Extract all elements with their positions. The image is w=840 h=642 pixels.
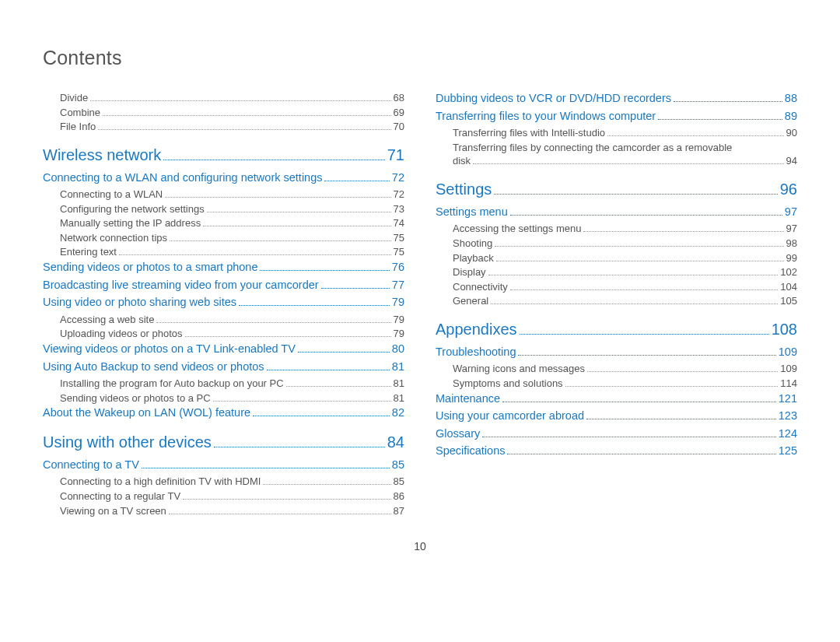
toc-page-number: 87 [394,504,404,518]
toc-entry[interactable]: Using with other devices84 [43,432,404,453]
toc-label: General [453,294,488,308]
toc-leader-dots [260,260,389,271]
toc-entry[interactable]: Connecting to a TV85 [43,458,404,473]
toc-entry[interactable]: Viewing videos or photos on a TV Link-en… [43,342,404,357]
toc-leader-dots [239,295,390,306]
toc-entry[interactable]: Dubbing videos to VCR or DVD/HDD recorde… [436,91,797,107]
toc-entry[interactable]: General105 [436,294,797,308]
toc-entry[interactable]: Using your camcorder abroad123 [436,409,797,424]
toc-entry[interactable]: Using Auto Backup to send videos or phot… [43,360,404,375]
toc-entry[interactable]: Troubleshooting109 [436,345,797,360]
toc-entry[interactable]: Glossary124 [436,426,797,442]
toc-leader-dots [183,489,390,500]
toc-entry[interactable]: Specifications125 [436,444,797,459]
toc-leader-dots [163,146,384,160]
toc-label: Entering text [60,245,117,259]
toc-leader-dots [90,91,390,101]
toc-page-number: 70 [394,120,404,134]
toc-page-number: 104 [780,280,797,294]
toc-page-number: 86 [394,489,404,503]
toc-entry[interactable]: Warning icons and messages109 [436,362,797,376]
toc-leader-dots [214,433,385,447]
toc-page-number: 94 [786,154,797,168]
toc-leader-dots [267,360,390,370]
toc-label: Transferring files to your Windows compu… [436,109,656,125]
toc-leader-dots [607,127,783,137]
toc-entry-continuation[interactable]: disk94 [436,154,797,168]
toc-page-number: 75 [394,245,404,259]
toc-entry[interactable]: Viewing on a TV screen87 [43,504,404,518]
toc-label: Using with other devices [43,432,212,453]
toc-entry[interactable]: Appendixes108 [436,319,797,340]
toc-entry[interactable]: Transferring files with Intelli-studio90 [436,126,797,140]
toc-page-number: 97 [785,205,797,220]
toc-entry[interactable]: Entering text75 [43,245,404,259]
toc-entry[interactable]: Connecting to a WLAN72 [43,188,404,202]
toc-entry[interactable]: Shooting98 [436,237,797,251]
toc-page-number: 69 [394,106,404,120]
toc-entry[interactable]: Configuring the network settings73 [43,202,404,216]
toc-entry[interactable]: Symptoms and solutions114 [436,377,797,391]
toc-entry[interactable]: Sending videos or photos to a smart phon… [43,260,404,275]
toc-entry[interactable]: About the Wakeup on LAN (WOL) feature82 [43,405,404,421]
toc-entry[interactable]: Network connection tips75 [43,231,404,245]
toc-label: Symptoms and solutions [453,377,563,391]
toc-label: Manually setting the IP address [60,216,201,230]
toc-leader-dots [507,444,775,454]
toc-page-number: 96 [780,179,797,200]
toc-entry[interactable]: Accessing the settings menu97 [436,222,797,236]
toc-page-number: 102 [780,265,797,279]
toc-label: Configuring the network settings [60,202,205,216]
toc-entry[interactable]: Connecting to a high definition TV with … [43,475,404,489]
toc-entry[interactable]: Settings96 [436,179,797,200]
toc-entry[interactable]: Broadcasting live streaming video from y… [43,278,404,293]
toc-entry[interactable]: Installing the program for Auto backup o… [43,377,404,391]
toc-label: Wireless network [43,145,161,166]
toc-label: Using your camcorder abroad [436,409,584,424]
toc-entry[interactable]: Manually setting the IP address74 [43,216,404,230]
toc-page-number: 68 [394,91,404,105]
toc-label: Accessing a web site [60,313,154,327]
toc-page-number: 121 [779,391,797,407]
toc-entry[interactable]: Accessing a web site79 [43,313,404,327]
toc-entry[interactable]: Display102 [436,265,797,279]
toc-leader-dots [495,237,783,247]
toc-leader-dots [165,188,390,198]
toc-entry[interactable]: Maintenance121 [436,391,797,406]
toc-entry[interactable]: Playback99 [436,251,797,265]
toc-leader-dots [98,120,390,130]
toc-entry[interactable]: Connecting to a regular TV86 [43,489,404,503]
toc-entry[interactable]: Transferring files to your Windows compu… [436,109,797,125]
toc-page-number: 109 [779,345,797,360]
toc-entry[interactable]: Sending videos or photos to a PC81 [43,391,404,405]
toc-entry[interactable]: Using video or photo sharing web sites79 [43,295,404,310]
toc-page-number: 105 [780,294,797,308]
toc-leader-dots [156,313,390,323]
toc-leader-dots [658,109,782,120]
toc-page-number: 81 [394,377,404,391]
toc-page-number: 76 [392,260,404,275]
toc-entry[interactable]: Wireless network71 [43,145,404,166]
toc-entry[interactable]: Settings menu97 [436,205,797,220]
toc-label: Divide [60,91,88,105]
toc-leader-dots [298,342,390,353]
toc-page-number: 71 [387,145,404,166]
toc-leader-dots [502,391,776,402]
toc-page-number: 73 [394,202,404,216]
toc-label: Connecting to a TV [43,458,139,473]
toc-label: Transferring files with Intelli-studio [453,126,605,140]
toc-page-number: 72 [392,170,404,186]
toc-entry[interactable]: Connectivity104 [436,280,797,294]
toc-entry[interactable]: Divide68 [43,91,404,105]
toc-label: Dubbing videos to VCR or DVD/HDD recorde… [436,91,671,107]
toc-entry[interactable]: Combine69 [43,106,404,120]
toc-entry[interactable]: Connecting to a WLAN and configuring net… [43,170,404,186]
toc-leader-dots [142,458,390,468]
toc-leader-dots [510,205,782,216]
toc-leader-dots [207,202,391,212]
toc-entry[interactable]: Uploading videos or photos79 [43,327,404,341]
toc-label: Settings [436,179,492,200]
toc-entry[interactable]: File Info70 [43,120,404,134]
toc-label: Broadcasting live streaming video from y… [43,278,319,293]
toc-leader-dots [213,391,391,402]
